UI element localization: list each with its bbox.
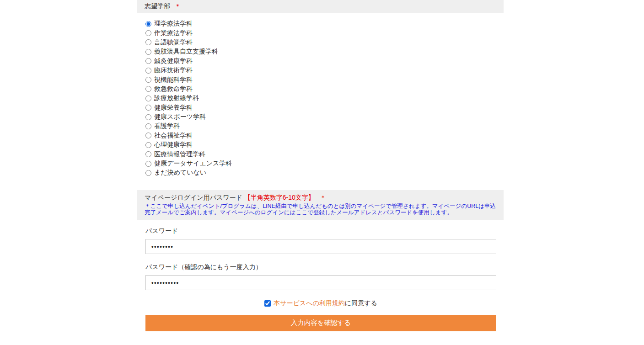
password-label: パスワード xyxy=(145,227,504,235)
password-section-description: ＊ここで申し込んだイベント/プログラムは、LINE経由で申し込んだものとは別のマ… xyxy=(145,203,496,216)
faculty-option-row[interactable]: 健康スポーツ学科 xyxy=(145,112,504,122)
faculty-option-label: 心理健康学科 xyxy=(154,141,193,149)
faculty-radio[interactable] xyxy=(145,133,151,138)
faculty-option-label: 診療放射線学科 xyxy=(154,94,199,102)
password-section-title-line: マイページログイン用パスワード 【半角英数字6-10文字】 ＊ xyxy=(145,193,496,202)
faculty-option-label: 視機能科学科 xyxy=(154,76,193,84)
faculty-option-row[interactable]: 看護学科 xyxy=(145,122,504,131)
faculty-option-label: 鍼灸健康学科 xyxy=(154,57,193,65)
faculty-radio[interactable] xyxy=(145,68,151,74)
password-section-title: マイページログイン用パスワード xyxy=(145,194,242,201)
faculty-options: 理学療法学科 作業療法学科 言語聴覚学科 義肢装具自立支援学科 鍼灸健康学科 臨… xyxy=(145,19,504,178)
faculty-radio[interactable] xyxy=(145,58,151,64)
faculty-option-label: 健康スポーツ学科 xyxy=(154,113,206,121)
faculty-option-label: 看護学科 xyxy=(154,122,180,130)
password-constraint-note: 【半角英数字6-10文字】 xyxy=(244,194,315,201)
faculty-option-row[interactable]: 作業療法学科 xyxy=(145,28,504,37)
confirm-submit-button[interactable]: 入力内容を確認する xyxy=(145,315,496,331)
faculty-option-row[interactable]: まだ決めていない xyxy=(145,168,504,177)
faculty-radio[interactable] xyxy=(145,49,151,55)
password-required-mark: ＊ xyxy=(320,194,326,201)
faculty-option-label: まだ決めていない xyxy=(154,169,206,177)
terms-agreement-text: に同意する xyxy=(345,299,377,308)
faculty-option-row[interactable]: 視機能科学科 xyxy=(145,75,504,84)
faculty-radio[interactable] xyxy=(145,96,151,101)
faculty-option-row[interactable]: 社会福祉学科 xyxy=(145,131,504,140)
faculty-radio[interactable] xyxy=(145,21,151,27)
faculty-option-label: 言語聴覚学科 xyxy=(154,38,193,47)
faculty-option-label: 社会福祉学科 xyxy=(154,132,193,140)
faculty-radio[interactable] xyxy=(145,30,151,36)
password-input[interactable] xyxy=(145,239,496,254)
faculty-radio[interactable] xyxy=(145,123,151,129)
faculty-radio[interactable] xyxy=(145,105,151,111)
terms-agreement-row: 本サービスへの利用規約 に同意する xyxy=(145,299,496,308)
faculty-option-row[interactable]: 健康データサイエンス学科 xyxy=(145,159,504,168)
faculty-radio[interactable] xyxy=(145,39,151,45)
faculty-option-label: 作業療法学科 xyxy=(154,29,193,37)
faculty-option-label: 健康栄養学科 xyxy=(154,104,193,112)
faculty-option-row[interactable]: 臨床技術学科 xyxy=(145,66,504,75)
faculty-radio[interactable] xyxy=(145,77,151,83)
form-content: 志望学部 ＊ 理学療法学科 作業療法学科 言語聴覚学科 義肢装具自立支援学科 鍼… xyxy=(137,0,504,331)
password-confirm-input[interactable] xyxy=(145,275,496,290)
faculty-option-label: 臨床技術学科 xyxy=(154,66,193,74)
faculty-option-row[interactable]: 理学療法学科 xyxy=(145,19,504,28)
faculty-radio[interactable] xyxy=(145,142,151,148)
faculty-radio[interactable] xyxy=(145,151,151,157)
terms-checkbox[interactable] xyxy=(264,300,271,307)
faculty-option-label: 救急救命学科 xyxy=(154,85,193,93)
faculty-option-row[interactable]: 健康栄養学科 xyxy=(145,103,504,112)
faculty-radio[interactable] xyxy=(145,170,151,176)
terms-link[interactable]: 本サービスへの利用規約 xyxy=(274,299,345,308)
faculty-required-mark: ＊ xyxy=(175,2,181,11)
faculty-option-row[interactable]: 鍼灸健康学科 xyxy=(145,57,504,66)
faculty-radio[interactable] xyxy=(145,86,151,92)
password-section-header: マイページログイン用パスワード 【半角英数字6-10文字】 ＊ ＊ここで申し込ん… xyxy=(137,190,504,220)
faculty-option-row[interactable]: 診療放射線学科 xyxy=(145,94,504,103)
faculty-radio[interactable] xyxy=(145,161,151,167)
faculty-option-row[interactable]: 心理健康学科 xyxy=(145,140,504,149)
faculty-option-row[interactable]: 義肢装具自立支援学科 xyxy=(145,47,504,56)
faculty-option-label: 医療情報管理学科 xyxy=(154,150,205,159)
faculty-option-label: 義肢装具自立支援学科 xyxy=(154,48,218,56)
faculty-option-row[interactable]: 救急救命学科 xyxy=(145,85,504,94)
password-confirm-label: パスワード（確認の為にもう一度入力） xyxy=(145,263,504,271)
faculty-section-title: 志望学部 xyxy=(145,2,170,11)
faculty-option-row[interactable]: 医療情報管理学科 xyxy=(145,149,504,159)
faculty-option-label: 理学療法学科 xyxy=(154,20,193,28)
faculty-option-row[interactable]: 言語聴覚学科 xyxy=(145,38,504,47)
faculty-radio[interactable] xyxy=(145,114,151,120)
faculty-section-header: 志望学部 ＊ xyxy=(137,0,504,13)
faculty-option-label: 健康データサイエンス学科 xyxy=(154,159,232,168)
